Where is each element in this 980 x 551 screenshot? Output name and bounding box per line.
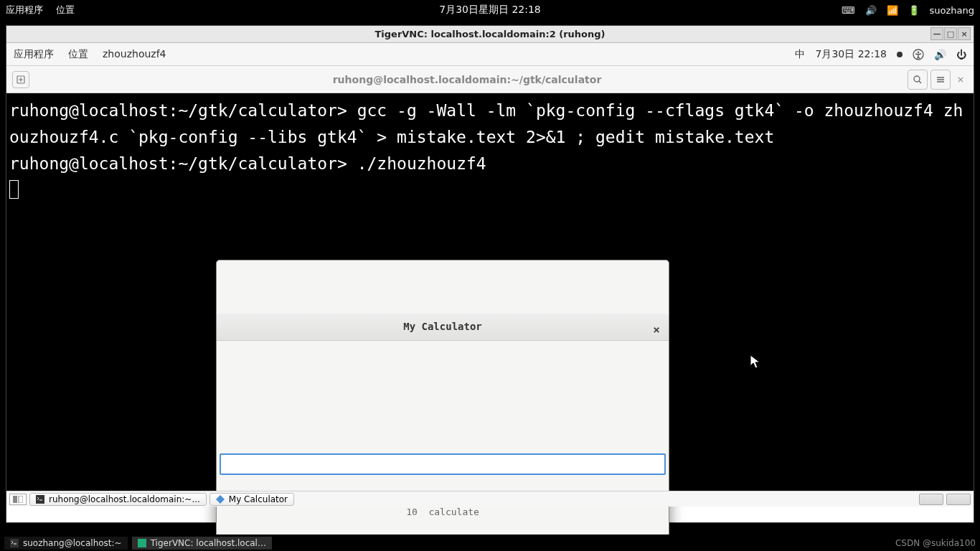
taskbar-item-label: My Calculator — [229, 494, 288, 504]
calculator-window: My Calculator × 10 calculate PiExpLn789/… — [216, 260, 669, 551]
taskbar-item-calculator[interactable]: My Calculator — [209, 493, 294, 506]
terminal-close-button[interactable]: × — [953, 70, 968, 90]
app-icon — [216, 495, 225, 504]
gnome-tray — [919, 494, 971, 505]
volume-icon[interactable]: 🔊 — [934, 49, 946, 60]
gnome-clock: 7月30日 22:18 — [815, 48, 887, 61]
new-tab-button[interactable] — [12, 71, 29, 88]
power-icon[interactable]: ⏻ — [956, 49, 966, 60]
gnome-topbar: 应用程序 位置 zhouzhouzf4 中 7月30日 22:18 🔊 ⏻ — [6, 43, 974, 66]
terminal-prompt: ruhong@localhost:~/gtk/calculator> — [9, 101, 357, 120]
terminal-prompt: ruhong@localhost:~/gtk/calculator> — [9, 154, 357, 173]
tray-button[interactable] — [919, 494, 943, 505]
host-task-label: TigerVNC: localhost.local… — [151, 538, 266, 548]
svg-point-1 — [918, 51, 920, 53]
search-button[interactable] — [908, 70, 928, 90]
vnc-minimize-button[interactable]: — — [930, 27, 943, 40]
calculator-titlebar[interactable]: My Calculator × — [217, 314, 669, 341]
terminal-icon — [10, 539, 19, 547]
svg-rect-6 — [36, 495, 44, 504]
host-task-label: suozhang@localhost:~ — [23, 538, 122, 548]
host-apps-menu[interactable]: 应用程序 — [6, 4, 43, 17]
gnome-apps-menu[interactable]: 应用程序 — [14, 48, 54, 61]
hamburger-menu-button[interactable] — [930, 70, 951, 90]
workspace-switcher[interactable] — [9, 494, 27, 505]
svg-rect-8 — [138, 539, 146, 547]
terminal-cursor — [9, 180, 19, 199]
ime-indicator[interactable]: 中 — [795, 48, 805, 61]
svg-point-3 — [914, 76, 920, 82]
vnc-title: TigerVNC: localhost.localdomain:2 (ruhon… — [374, 29, 605, 39]
host-username[interactable]: suozhang — [930, 5, 975, 16]
svg-rect-5 — [19, 496, 23, 503]
vnc-maximize-button[interactable]: □ — [944, 27, 957, 40]
terminal-toolbar: ruhong@localhost.localdomain:~/gtk/calcu… — [6, 66, 974, 93]
svg-rect-4 — [13, 496, 17, 503]
host-taskbar: suozhang@localhost:~ TigerVNC: localhost… — [0, 534, 980, 551]
host-task-vnc[interactable]: TigerVNC: localhost.local… — [132, 537, 272, 550]
tray-button[interactable] — [946, 494, 971, 505]
svg-rect-7 — [10, 539, 19, 547]
vnc-close-button[interactable]: × — [958, 27, 971, 40]
vnc-window: TigerVNC: localhost.localdomain:2 (ruhon… — [6, 25, 974, 523]
gnome-places-menu[interactable]: 位置 — [68, 48, 88, 61]
vnc-titlebar[interactable]: TigerVNC: localhost.localdomain:2 (ruhon… — [6, 26, 974, 43]
csdn-watermark: CSDN @sukida100 — [895, 538, 976, 548]
calculator-close-button[interactable]: × — [653, 321, 660, 339]
taskbar-item-label: ruhong@localhost.localdomain:~... — [49, 494, 200, 504]
host-task-terminal[interactable]: suozhang@localhost:~ — [4, 537, 128, 550]
terminal-icon — [36, 495, 44, 504]
vnc-icon — [138, 539, 146, 547]
calculator-input[interactable] — [220, 453, 666, 475]
host-topbar: 应用程序 位置 7月30日星期日 22:18 ⌨ 🔊 📶 🔋 suozhang — [0, 0, 980, 20]
network-icon[interactable]: 📶 — [887, 5, 898, 16]
calculator-title: My Calculator — [403, 319, 482, 334]
gnome-active-app[interactable]: zhouzhouzf4 — [103, 48, 166, 61]
gnome-taskbar: ruhong@localhost.localdomain:~... My Cal… — [6, 491, 974, 507]
recording-icon — [897, 52, 903, 57]
battery-icon[interactable]: 🔋 — [908, 5, 920, 16]
terminal-command: ./zhouzhouzf4 — [357, 154, 486, 173]
terminal[interactable]: ruhong@localhost:~/gtk/calculator> gcc -… — [6, 93, 974, 492]
host-clock: 7月30日星期日 22:18 — [439, 4, 541, 17]
host-places-menu[interactable]: 位置 — [56, 4, 75, 17]
volume-icon[interactable]: 🔊 — [865, 5, 877, 16]
taskbar-item-terminal[interactable]: ruhong@localhost.localdomain:~... — [29, 493, 207, 506]
accessibility-icon[interactable] — [913, 49, 924, 60]
terminal-title: ruhong@localhost.localdomain:~/gtk/calcu… — [29, 74, 905, 85]
keyboard-icon[interactable]: ⌨ — [842, 5, 855, 16]
